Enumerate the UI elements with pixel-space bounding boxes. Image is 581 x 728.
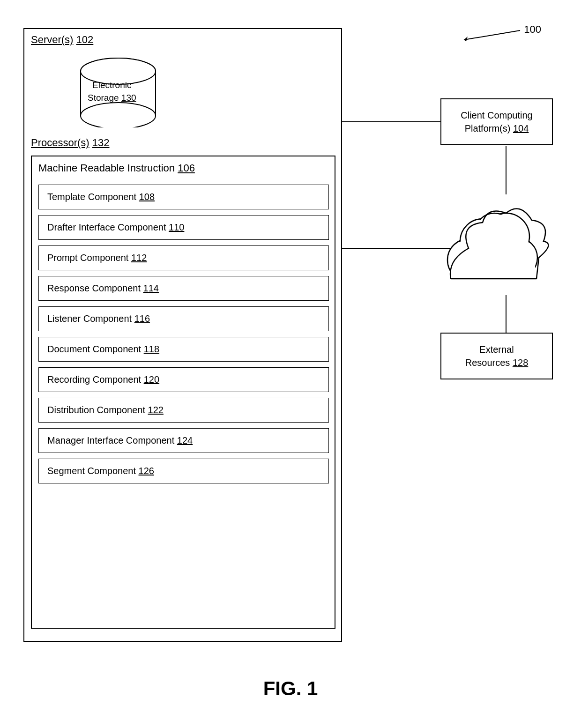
- cloud-shape: [431, 187, 558, 295]
- drafter-interface-component: Drafter Interface Component 110: [38, 215, 329, 240]
- segment-component: Segment Component 126: [38, 459, 329, 483]
- manager-interface-component: Manager Interface Component 124: [38, 428, 329, 453]
- recording-component: Recording Component 120: [38, 367, 329, 392]
- processor-label: Processor(s) 132: [31, 137, 110, 149]
- server-label: Server(s) 102: [31, 34, 93, 46]
- cloud-svg: [431, 187, 558, 295]
- server-box: Server(s) 102 ElectronicStorage 130: [23, 28, 342, 642]
- db-label: ElectronicStorage 130: [88, 79, 136, 104]
- prompt-component: Prompt Component 112: [38, 245, 329, 270]
- components-list: Template Component 108 Drafter Interface…: [38, 185, 329, 489]
- svg-point-10: [81, 103, 156, 127]
- figure-label: FIG. 1: [263, 677, 318, 700]
- response-component: Response Component 114: [38, 276, 329, 301]
- svg-point-24: [477, 214, 512, 250]
- mri-label: Machine Readable Instruction 106: [38, 162, 195, 174]
- client-computing-box: Client ComputingPlatform(s) 104: [440, 98, 553, 145]
- listener-component: Listener Component 116: [38, 306, 329, 331]
- reference-number: 100: [524, 23, 541, 36]
- database-icon: ElectronicStorage 130: [71, 55, 165, 129]
- diagram-area: 100 Server(s) 102 ElectronicStorage 130: [14, 14, 567, 670]
- template-component: Template Component 108: [38, 185, 329, 209]
- distribution-component: Distribution Component 122: [38, 398, 329, 423]
- external-resources-box: ExternalResources 128: [440, 333, 553, 379]
- mri-box: Machine Readable Instruction 106 Templat…: [31, 156, 335, 629]
- svg-marker-1: [464, 37, 468, 41]
- document-component: Document Component 118: [38, 337, 329, 362]
- svg-line-0: [464, 30, 520, 40]
